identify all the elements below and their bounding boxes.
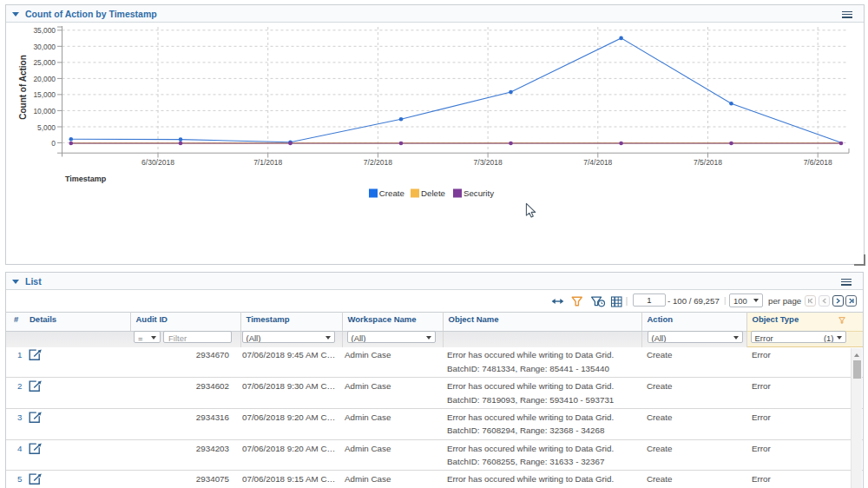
svg-text:7/6/2018: 7/6/2018 xyxy=(804,158,832,167)
svg-text:7/3/2018: 7/3/2018 xyxy=(474,158,503,167)
svg-text:5,000: 5,000 xyxy=(37,123,56,132)
svg-text:10,000: 10,000 xyxy=(33,107,56,115)
svg-text:Count of Action: Count of Action xyxy=(18,55,28,120)
svg-text:7/5/2018: 7/5/2018 xyxy=(694,158,722,167)
svg-text:20,000: 20,000 xyxy=(33,75,56,83)
svg-text:Timestamp: Timestamp xyxy=(65,175,107,183)
svg-text:25,000: 25,000 xyxy=(33,58,56,67)
svg-text:Security: Security xyxy=(464,188,494,198)
svg-text:0: 0 xyxy=(51,139,56,148)
svg-text:Delete: Delete xyxy=(421,188,445,198)
svg-text:30,000: 30,000 xyxy=(33,43,56,51)
svg-text:6/30/2018: 6/30/2018 xyxy=(141,158,174,167)
svg-text:Create: Create xyxy=(379,188,404,198)
svg-text:7/1/2018: 7/1/2018 xyxy=(253,158,282,167)
svg-text:7/4/2018: 7/4/2018 xyxy=(583,158,612,167)
svg-text:35,000: 35,000 xyxy=(33,26,56,35)
svg-text:7/2/2018: 7/2/2018 xyxy=(364,158,392,167)
svg-text:15,000: 15,000 xyxy=(33,90,56,99)
